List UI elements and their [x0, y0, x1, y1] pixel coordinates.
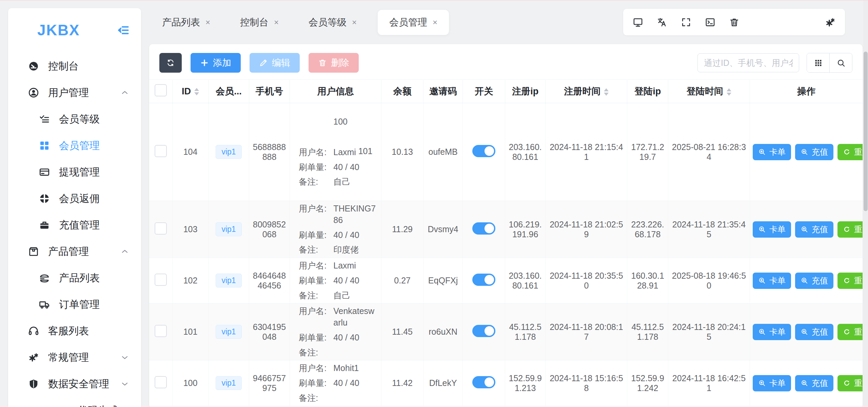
tab-close-icon[interactable]: × [352, 18, 357, 27]
zoom-plus-icon [758, 148, 766, 156]
enable-toggle[interactable] [472, 376, 495, 388]
search-button[interactable] [829, 53, 852, 72]
card-order-button[interactable]: 卡单 [753, 324, 791, 340]
tab-1[interactable]: 控制台× [231, 11, 288, 34]
sidebar: JKBX 控制台用户管理会员等级会员管理提现管理会员返佣充值管理产品管理产品列表… [8, 8, 141, 407]
sidebar-item-13[interactable]: CRUD代码生成 [8, 397, 141, 407]
tab-3[interactable]: 会员管理× [378, 10, 449, 35]
recharge-button[interactable]: 充值 [795, 144, 833, 160]
select-all-checkbox[interactable] [155, 84, 167, 96]
username-label: 用户名: [299, 147, 333, 158]
card-order-button[interactable]: 卡单 [753, 144, 791, 160]
note-label: 备注: [299, 244, 333, 256]
card-order-button[interactable]: 卡单 [753, 273, 791, 289]
sidebar-item-3[interactable]: 会员管理 [8, 132, 141, 159]
sidebar-item-12[interactable]: 数据安全管理 [8, 371, 141, 397]
cell-id: 102 [172, 258, 208, 303]
tab-2[interactable]: 会员等级× [300, 11, 366, 34]
note-value [333, 392, 378, 404]
tab-close-icon[interactable]: × [274, 18, 279, 27]
reset-order-button[interactable]: 重置订单 [837, 144, 863, 160]
reset-order-button[interactable]: 重置订单 [837, 221, 863, 238]
add-button[interactable]: 添加 [191, 53, 241, 73]
zoom-plus-icon [801, 379, 808, 387]
sidebar-item-1[interactable]: 用户管理 [8, 79, 141, 106]
zoom-plus-icon [758, 328, 766, 336]
reset-order-button[interactable]: 重置订单 [837, 324, 863, 340]
row-checkbox[interactable] [155, 145, 167, 157]
translate-icon[interactable] [657, 17, 667, 27]
page-scrollbar-thumb[interactable] [864, 52, 868, 211]
reset-order-button[interactable]: 重置订单 [837, 375, 863, 391]
sort-carets-icon[interactable] [604, 88, 609, 96]
column-header-reg_time[interactable]: 注册时间 [546, 80, 627, 103]
reset-order-button[interactable]: 重置订单 [837, 273, 863, 289]
sidebar-item-8[interactable]: 产品列表 [8, 265, 141, 291]
row-checkbox[interactable] [155, 376, 167, 388]
recharge-button-label: 充值 [812, 275, 828, 286]
enable-toggle[interactable] [472, 145, 495, 157]
sort-carets-icon[interactable] [194, 88, 199, 95]
recharge-button-label: 充值 [812, 327, 828, 337]
page-scrollbar-track [863, 1, 868, 407]
edit-button-label: 编辑 [272, 57, 290, 69]
cell-login-ip: 152.59.91.242 [627, 360, 668, 406]
tab-0[interactable]: 产品列表× [153, 11, 219, 34]
column-header-invite: 邀请码 [423, 80, 462, 103]
card-order-button[interactable]: 卡单 [753, 375, 791, 391]
sidebar-item-2[interactable]: 会员等级 [8, 106, 141, 132]
member-management-page: { "sidebar": { "logo": "JKBX", "items": … [0, 0, 868, 407]
cell-phone: 8009852068 [249, 201, 290, 258]
fullscreen-icon[interactable] [681, 17, 691, 27]
gear-icon[interactable] [825, 17, 835, 27]
sidebar-item-5[interactable]: 会员返佣 [8, 185, 141, 212]
sidebar-item-7[interactable]: 产品管理 [8, 238, 141, 265]
search-area [697, 53, 852, 73]
recharge-button[interactable]: 充值 [795, 221, 833, 238]
columns-grid-button[interactable] [807, 53, 829, 72]
sidebar-item-11[interactable]: 常规管理 [8, 344, 141, 371]
enable-toggle[interactable] [472, 274, 495, 286]
sidebar-collapse-icon[interactable] [117, 24, 130, 36]
cell-login-ip: 172.71.219.7 [627, 103, 668, 201]
sidebar-header: JKBX [8, 8, 141, 44]
tab-close-icon[interactable]: × [433, 18, 437, 27]
recharge-button[interactable]: 充值 [795, 324, 833, 340]
sidebar-item-label: 产品列表 [59, 271, 100, 285]
monitor-icon[interactable] [633, 17, 643, 27]
sidebar-item-9[interactable]: 订单管理 [8, 291, 141, 318]
column-header-select [149, 80, 172, 103]
column-header-id[interactable]: ID [172, 80, 208, 103]
cell-invite: EqQFXj [423, 258, 462, 303]
brush-label: 刷单量: [299, 229, 333, 241]
cell-balance: 11.42 [381, 360, 423, 406]
user-info-extra-top: 100 [333, 116, 378, 128]
cell-phone: 5688888888 [249, 103, 290, 201]
card-order-button[interactable]: 卡单 [753, 221, 791, 238]
enable-toggle[interactable] [472, 325, 495, 337]
row-checkbox[interactable] [155, 325, 167, 337]
sidebar-item-4[interactable]: 提现管理 [8, 159, 141, 185]
row-checkbox[interactable] [155, 274, 167, 286]
sidebar-item-6[interactable]: 充值管理 [8, 212, 141, 238]
search-input[interactable] [697, 53, 799, 72]
row-checkbox[interactable] [155, 222, 167, 235]
sidebar-item-10[interactable]: 客服列表 [8, 318, 141, 344]
trash-icon[interactable] [729, 17, 739, 27]
sidebar-item-label: 用户管理 [48, 86, 89, 100]
column-header-login_time[interactable]: 登陆时间 [668, 80, 750, 103]
delete-button[interactable]: 删除 [309, 53, 359, 73]
sort-carets-icon[interactable] [727, 88, 731, 96]
terminal-icon[interactable] [705, 17, 715, 27]
recharge-button[interactable]: 充值 [795, 375, 833, 391]
refresh-button[interactable] [159, 53, 182, 73]
recharge-button[interactable]: 充值 [795, 273, 833, 289]
sidebar-item-0[interactable]: 控制台 [8, 53, 141, 79]
edit-button[interactable]: 编辑 [250, 53, 300, 73]
enable-toggle[interactable] [472, 222, 495, 235]
brush-label: 刷单量: [299, 377, 333, 389]
tab-close-icon[interactable]: × [205, 18, 210, 27]
sidebar-item-label: 会员等级 [59, 112, 100, 126]
column-label: 邀请码 [429, 86, 457, 96]
username-value: Laxmi [333, 260, 378, 272]
